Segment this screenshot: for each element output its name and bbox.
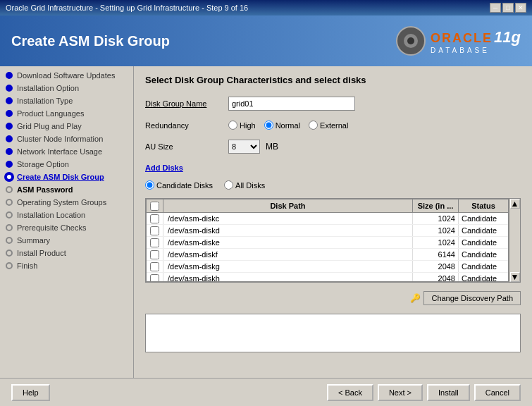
redundancy-external[interactable]: External bbox=[309, 121, 348, 130]
filter-all[interactable]: All Disks bbox=[224, 180, 265, 190]
window-controls[interactable]: ─ □ ✕ bbox=[490, 3, 526, 13]
disk-table-wrapper: Disk Path Size (in ... Status /dev/asm-d… bbox=[145, 198, 521, 283]
sidebar-dot bbox=[6, 148, 13, 155]
table-row: /dev/asm-diskh 2048 Candidate bbox=[147, 273, 508, 281]
disk-filter-row: Candidate Disks All Disks bbox=[145, 180, 521, 190]
disk-group-name-label: Disk Group Name bbox=[145, 99, 223, 108]
sidebar-item-finish[interactable]: Finish bbox=[0, 259, 133, 272]
row-status: Candidate bbox=[459, 273, 508, 281]
page-title: Create ASM Disk Group bbox=[11, 33, 170, 49]
table-row: /dev/asm-diskd 1024 Candidate bbox=[147, 225, 508, 237]
install-button[interactable]: Install bbox=[427, 384, 470, 401]
sidebar-dot-current bbox=[6, 173, 13, 180]
row-status: Candidate bbox=[459, 237, 508, 248]
cancel-button[interactable]: Cancel bbox=[474, 384, 521, 401]
close-button[interactable]: ✕ bbox=[515, 3, 526, 13]
sidebar-item-cluster-node[interactable]: Cluster Node Information bbox=[0, 133, 133, 145]
title-bar: Oracle Grid Infrastructure - Setting up … bbox=[0, 0, 532, 16]
footer-right: < Back Next > Install Cancel bbox=[327, 384, 521, 401]
maximize-button[interactable]: □ bbox=[502, 3, 514, 13]
table-row: /dev/asm-diskg 2048 Candidate bbox=[147, 261, 508, 273]
au-size-unit: MB bbox=[266, 142, 278, 152]
sidebar-dot bbox=[6, 237, 13, 244]
row-check[interactable] bbox=[147, 225, 163, 236]
add-disks-label: Add Disks bbox=[145, 164, 521, 172]
window-title: Oracle Grid Infrastructure - Setting up … bbox=[6, 4, 248, 12]
redundancy-group: High Normal External bbox=[228, 121, 348, 130]
table-row: /dev/asm-diske 1024 Candidate bbox=[147, 237, 508, 249]
sidebar-item-asm-password[interactable]: ASM Password bbox=[0, 183, 133, 196]
au-size-select[interactable]: 8 16 32 64 bbox=[228, 140, 260, 154]
filter-candidate[interactable]: Candidate Disks bbox=[145, 180, 213, 190]
change-discovery-path-button[interactable]: Change Discovery Path bbox=[423, 291, 521, 305]
row-check[interactable] bbox=[147, 213, 163, 224]
header-size: Size (in ... bbox=[413, 199, 459, 212]
back-button[interactable]: < Back bbox=[327, 384, 373, 401]
header-bar: Create ASM Disk Group ORACLE 11g DATABAS… bbox=[0, 16, 532, 66]
row-check[interactable] bbox=[147, 249, 163, 260]
redundancy-label: Redundancy bbox=[145, 121, 223, 130]
sidebar-dot bbox=[6, 250, 13, 257]
minimize-button[interactable]: ─ bbox=[490, 3, 501, 13]
row-check[interactable] bbox=[147, 237, 163, 248]
discovery-row: 🔑 Change Discovery Path bbox=[145, 291, 521, 305]
sidebar-item-download[interactable]: Download Software Updates bbox=[0, 69, 133, 82]
row-size: 2048 bbox=[413, 273, 459, 281]
table-row: /dev/asm-diskf 6144 Candidate bbox=[147, 249, 508, 261]
sidebar-item-product-languages[interactable]: Product Languages bbox=[0, 107, 133, 120]
help-button[interactable]: Help bbox=[11, 384, 50, 401]
footer-bar: Help < Back Next > Install Cancel bbox=[0, 378, 532, 406]
sidebar-dot bbox=[6, 161, 13, 168]
sidebar-item-network[interactable]: Network Interface Usage bbox=[0, 145, 133, 158]
oracle-logo: ORACLE 11g DATABASE bbox=[394, 24, 521, 58]
sidebar-dot bbox=[6, 72, 13, 79]
gear-icon bbox=[394, 24, 428, 58]
scroll-down[interactable]: ▼ bbox=[510, 272, 520, 282]
row-status: Candidate bbox=[459, 261, 508, 272]
sidebar-item-storage[interactable]: Storage Option bbox=[0, 158, 133, 171]
sidebar-item-summary[interactable]: Summary bbox=[0, 234, 133, 247]
oracle-sub: DATABASE bbox=[431, 47, 521, 54]
row-size: 2048 bbox=[413, 261, 459, 272]
row-status: Candidate bbox=[459, 225, 508, 236]
row-size: 1024 bbox=[413, 213, 459, 224]
sidebar-item-install-option[interactable]: Installation Option bbox=[0, 82, 133, 94]
main-panel: Select Disk Group Characteristics and se… bbox=[134, 66, 532, 378]
row-check[interactable] bbox=[147, 261, 163, 272]
sidebar-dot bbox=[6, 135, 13, 142]
header-check[interactable] bbox=[147, 199, 163, 212]
sidebar-item-install-location[interactable]: Installation Location bbox=[0, 209, 133, 221]
content-area: Download Software Updates Installation O… bbox=[0, 66, 532, 378]
au-size-row: AU Size 8 16 32 64 MB bbox=[145, 140, 521, 154]
disk-table-scrollbar[interactable]: ▲ ▼ bbox=[509, 199, 520, 282]
sidebar-item-install-product[interactable]: Install Product bbox=[0, 247, 133, 259]
row-path: /dev/asm-diskh bbox=[163, 273, 413, 281]
disk-group-name-input[interactable] bbox=[228, 97, 355, 111]
table-row: /dev/asm-diskc 1024 Candidate bbox=[147, 213, 508, 225]
header-path: Disk Path bbox=[163, 199, 413, 212]
row-check[interactable] bbox=[147, 273, 163, 281]
sidebar-item-os-groups[interactable]: Operating System Groups bbox=[0, 196, 133, 209]
scroll-up[interactable]: ▲ bbox=[510, 199, 520, 209]
svg-point-2 bbox=[407, 37, 414, 44]
sidebar-item-grid-plug[interactable]: Grid Plug and Play bbox=[0, 120, 133, 133]
next-button[interactable]: Next > bbox=[378, 384, 423, 401]
row-size: 1024 bbox=[413, 225, 459, 236]
sidebar-item-prereq[interactable]: Prerequisite Checks bbox=[0, 221, 133, 234]
redundancy-high[interactable]: High bbox=[228, 121, 256, 130]
disk-table-header: Disk Path Size (in ... Status bbox=[147, 199, 508, 213]
sidebar-dot bbox=[6, 224, 13, 231]
sidebar-dot bbox=[6, 97, 13, 104]
row-status: Candidate bbox=[459, 213, 508, 224]
sidebar-dot bbox=[6, 199, 13, 206]
section-title: Select Disk Group Characteristics and se… bbox=[145, 75, 521, 85]
row-size: 1024 bbox=[413, 237, 459, 248]
header-status: Status bbox=[459, 199, 508, 212]
sidebar-dot bbox=[6, 262, 13, 269]
sidebar: Download Software Updates Installation O… bbox=[0, 66, 134, 378]
sidebar-dot bbox=[6, 186, 13, 193]
redundancy-normal[interactable]: Normal bbox=[264, 121, 300, 130]
sidebar-dot bbox=[6, 123, 13, 130]
sidebar-item-install-type[interactable]: Installation Type bbox=[0, 94, 133, 107]
sidebar-item-create-asm[interactable]: Create ASM Disk Group bbox=[0, 171, 133, 183]
